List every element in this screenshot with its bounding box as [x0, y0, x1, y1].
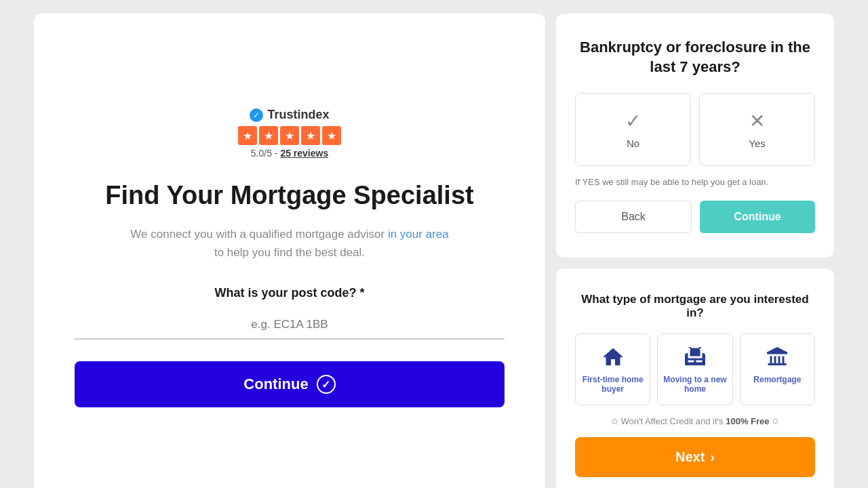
right-panel: Bankruptcy or foreclosure in the last 7 … [556, 14, 834, 488]
moving-home-option[interactable]: Moving to a new home [657, 333, 732, 405]
main-title: Find Your Mortgage Specialist [105, 180, 473, 211]
trustindex-badge: ✓ Trustindex ★ ★ ★ ★ ★ 5.0/5 - 25 review… [238, 108, 341, 159]
free-text: ✩ Won't Affect Credit and it's 100% Free… [575, 416, 815, 426]
main-container: ✓ Trustindex ★ ★ ★ ★ ★ 5.0/5 - 25 review… [34, 14, 834, 488]
no-label: No [627, 138, 639, 149]
main-subtitle: We connect you with a qualified mortgage… [127, 225, 452, 262]
back-continue-row: Back Continue [575, 201, 815, 233]
left-panel: ✓ Trustindex ★ ★ ★ ★ ★ 5.0/5 - 25 review… [34, 14, 545, 488]
first-time-house-icon [601, 345, 625, 369]
continue-button[interactable]: Continue ✓ [75, 361, 505, 407]
free-bold: 100% Free [726, 416, 769, 426]
rating-text: 5.0/5 - 25 reviews [251, 148, 328, 159]
next-label: Next [675, 449, 705, 465]
cross-icon: ✕ [749, 110, 765, 132]
star-5: ★ [322, 126, 341, 145]
first-time-buyer-option[interactable]: First-time home buyer [575, 333, 650, 405]
bankruptcy-continue-button[interactable]: Continue [700, 201, 815, 233]
highlight-text: in your area [388, 228, 449, 241]
trustindex-name: Trustindex [267, 108, 329, 122]
trustindex-logo: ✓ Trustindex [250, 108, 329, 122]
reviews-link[interactable]: 25 reviews [280, 148, 328, 159]
star-1: ★ [238, 126, 257, 145]
remortgage-label: Remortgage [753, 375, 801, 384]
check-icon: ✓ [625, 110, 641, 132]
yes-label: Yes [749, 138, 765, 149]
postcode-input[interactable] [75, 311, 505, 340]
star-4: ★ [301, 126, 320, 145]
mortgage-title: What type of mortgage are you interested… [575, 293, 815, 320]
check-circle-icon: ✓ [317, 375, 336, 394]
bankruptcy-info: If YES we still may be able to help you … [575, 177, 815, 187]
star-3: ★ [280, 126, 299, 145]
remortgage-house-icon [765, 345, 789, 369]
continue-label: Continue [243, 375, 308, 393]
mortgage-options-row: First-time home buyer Moving to a new ho… [575, 333, 815, 405]
first-time-label: First-time home buyer [581, 375, 644, 394]
yes-option[interactable]: ✕ Yes [699, 93, 815, 166]
postcode-label: What is your post code? * [75, 286, 505, 300]
moving-label: Moving to a new home [663, 375, 726, 394]
no-option[interactable]: ✓ No [575, 93, 691, 166]
stars-row: ★ ★ ★ ★ ★ [238, 126, 341, 145]
back-button[interactable]: Back [575, 201, 692, 233]
postcode-input-wrapper [75, 311, 505, 340]
next-arrow-icon: › [710, 449, 715, 465]
mortgage-card: What type of mortgage are you interested… [556, 268, 834, 488]
bankruptcy-card: Bankruptcy or foreclosure in the last 7 … [556, 14, 834, 258]
trustindex-check-icon: ✓ [250, 108, 263, 122]
next-button[interactable]: Next › [575, 437, 815, 477]
star-2: ★ [259, 126, 278, 145]
remortgage-option[interactable]: Remortgage [740, 333, 815, 405]
bankruptcy-title: Bankruptcy or foreclosure in the last 7 … [575, 38, 815, 77]
bankruptcy-options-row: ✓ No ✕ Yes [575, 93, 815, 166]
moving-house-icon [683, 345, 707, 369]
